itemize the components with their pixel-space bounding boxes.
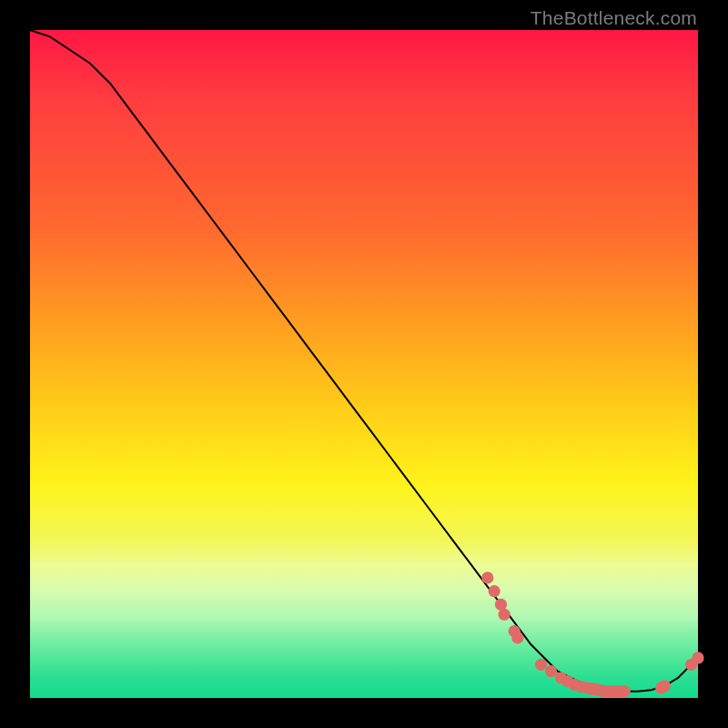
scatter-dot: [619, 685, 631, 697]
scatter-dot: [659, 680, 671, 692]
scatter-dot: [489, 585, 500, 597]
scatter-dot: [511, 632, 523, 643]
bottleneck-curve: [30, 30, 698, 692]
scatter-dot: [545, 665, 557, 677]
chart-frame: TheBottleneck.com: [0, 0, 728, 728]
scatter-dot: [499, 609, 511, 621]
scatter-dot: [535, 659, 547, 671]
chart-overlay: [30, 30, 698, 698]
scatter-dot: [481, 571, 493, 583]
scatter-dots: [481, 571, 703, 697]
watermark-text: TheBottleneck.com: [531, 7, 697, 29]
scatter-dot: [692, 652, 703, 663]
